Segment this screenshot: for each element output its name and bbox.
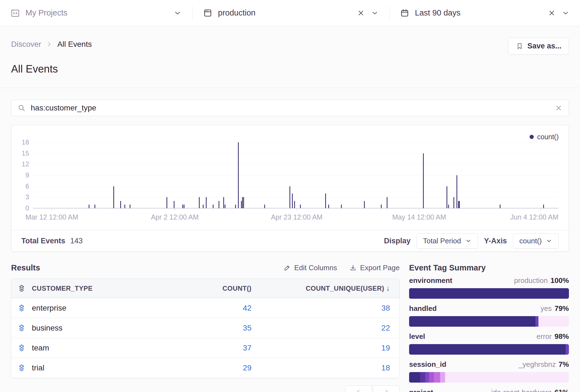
clear-daterange-icon[interactable] [548,9,556,17]
chart-bar[interactable] [238,142,239,208]
table-row[interactable]: trial2918 [11,358,399,378]
chart-bar[interactable] [219,201,219,208]
events-chart-panel: count() 0369121518Mar 12 12:00 AMApr 2 1… [11,125,569,252]
chart-bar[interactable] [206,197,207,208]
chevron-down-icon[interactable] [173,9,182,17]
table-row[interactable]: enterprise4238 [11,298,399,318]
cell-count-unique-user[interactable]: 18 [251,363,390,372]
table-row[interactable]: team3719 [11,338,399,358]
search-input[interactable] [31,104,550,112]
chart-bar[interactable] [235,205,236,208]
chart-bar[interactable] [113,186,114,208]
tag-bar-segment[interactable] [425,372,429,383]
tag-bar-segment[interactable] [535,316,539,327]
project-selector[interactable]: My Projects [0,0,192,26]
yaxis-dropdown[interactable]: count() [513,233,559,249]
chart-bar[interactable] [243,197,244,208]
export-page-button[interactable]: Export Page [349,264,400,272]
save-as-button[interactable]: Save as... [508,38,569,55]
tag-bar-segment[interactable] [566,344,569,355]
col-count-unique-user[interactable]: COUNT_UNIQUE(USER) ↓ [251,284,390,293]
chart-bar[interactable] [458,201,459,208]
chart-bar[interactable] [182,205,183,208]
chart-bar[interactable] [364,201,365,208]
tag-bar-segment[interactable] [434,372,440,383]
chart-bar[interactable] [241,201,242,208]
chart-bar[interactable] [453,197,454,208]
chart-bar[interactable] [325,194,326,208]
clear-search-icon[interactable] [555,104,563,112]
chevron-down-icon[interactable] [562,9,569,17]
chart-bar[interactable] [294,201,295,208]
cell-count-unique-user[interactable]: 22 [251,324,390,332]
chart-bar[interactable] [500,205,501,208]
chart-bar[interactable] [381,205,382,208]
cell-count[interactable]: 37 [171,344,251,352]
chart-bar[interactable] [300,205,301,208]
col-count[interactable]: COUNT() [171,285,251,292]
chart-bar[interactable] [456,175,457,208]
chart-bar[interactable] [292,194,293,208]
tag-bar-segment[interactable] [445,372,569,383]
chart-bar[interactable] [264,205,265,208]
stack-icon [11,324,32,332]
chart-bar[interactable] [120,201,121,208]
events-chart-plot[interactable]: 0369121518Mar 12 12:00 AMApr 2 12:00 AMA… [33,142,558,208]
tag-bar-segment[interactable] [429,372,434,383]
chart-bar[interactable] [328,205,329,208]
tag-bar-segment[interactable] [420,372,425,383]
cell-count[interactable]: 35 [171,324,251,332]
chart-bar[interactable] [199,197,200,208]
edit-columns-button[interactable]: Edit Columns [283,264,337,272]
chart-bar[interactable] [166,197,167,208]
chart-bar[interactable] [289,186,290,208]
tag-distribution-bar[interactable] [409,288,569,299]
chart-bar[interactable] [448,205,449,208]
chart-bar[interactable] [459,201,460,208]
tag-bar-segment[interactable] [409,344,566,355]
tag-bar-segment[interactable] [538,316,569,327]
breadcrumb-discover[interactable]: Discover [11,40,41,49]
chart-bar[interactable] [89,205,89,208]
cell-count-unique-user[interactable]: 19 [251,344,390,352]
next-page-button[interactable] [373,385,400,392]
chart-bar[interactable] [423,153,424,208]
chart-bar[interactable] [213,205,214,208]
chart-bar[interactable] [223,197,224,208]
chart-bar[interactable] [225,205,225,208]
chart-bar[interactable] [94,205,95,208]
chart-bar[interactable] [124,205,125,208]
tag-bar-segment[interactable] [409,372,420,383]
stack-icon [11,284,32,293]
window-icon [203,8,212,18]
daterange-selector[interactable]: Last 90 days [389,0,580,26]
tag-distribution-bar[interactable] [409,372,569,383]
chart-bar[interactable] [543,205,544,208]
tag-bar-segment[interactable] [409,316,535,327]
clear-environment-icon[interactable] [357,9,365,17]
tag-distribution-bar[interactable] [409,344,569,355]
tag-bar-segment[interactable] [440,372,445,383]
table-row[interactable]: business3522 [11,318,399,338]
chart-bar[interactable] [203,205,204,208]
chart-bar[interactable] [130,205,130,208]
search-bar[interactable] [11,100,569,116]
cell-count[interactable]: 29 [171,363,251,372]
chart-bar[interactable] [174,201,174,208]
prev-page-button[interactable] [345,385,372,392]
col-customer-type[interactable]: CUSTOMER_TYPE [32,285,171,292]
cell-count[interactable]: 42 [171,304,251,313]
tag-bar-segment[interactable] [409,288,569,299]
tag-distribution-bar[interactable] [409,316,569,327]
environment-selector[interactable]: production [193,0,389,26]
chart-bar[interactable] [184,205,184,208]
stack-icon [11,364,32,372]
chart-bar[interactable] [446,186,447,208]
chart-bar[interactable] [341,205,342,208]
chart-bar[interactable] [242,197,243,208]
results-table-header: CUSTOMER_TYPE COUNT() COUNT_UNIQUE(USER)… [11,279,399,298]
cell-count-unique-user[interactable]: 38 [251,304,390,313]
display-dropdown[interactable]: Total Period [417,233,478,249]
chevron-down-icon[interactable] [371,9,379,17]
chart-bar[interactable] [387,197,387,208]
